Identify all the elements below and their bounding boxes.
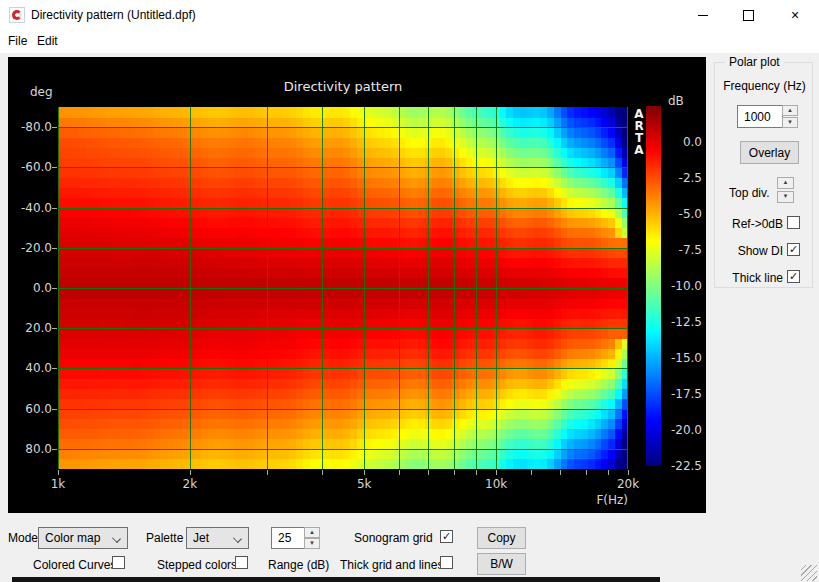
minimize-icon [698, 15, 708, 16]
title-bar: Directivity pattern (Untitled.dpf) × [0, 0, 819, 30]
sonogram-grid-label: Sonogram grid [354, 531, 433, 545]
colorbar-tick-label: -20.0 [658, 423, 702, 437]
close-button[interactable]: × [773, 0, 817, 30]
frequency-input[interactable]: 1000 [737, 105, 783, 128]
x-tick-mark [399, 470, 400, 475]
x-tick-label: 5k [357, 477, 372, 491]
maximize-button[interactable] [726, 0, 770, 30]
x-tick-mark [608, 470, 609, 475]
chevron-down-icon [233, 534, 242, 543]
frequency-label: Frequency (Hz) [715, 79, 814, 93]
colorbar-tick-label: -15.0 [658, 351, 702, 365]
y-tick-label: 0.0 [8, 281, 52, 295]
thick-grid-lines-label: Thick grid and lines [340, 558, 443, 572]
y-tick-mark [52, 208, 57, 209]
mode-select-value: Color map [45, 531, 100, 545]
range-db-input[interactable]: 25 [271, 527, 305, 549]
x-tick-mark [58, 470, 59, 475]
colored-curves-checkbox[interactable] [112, 556, 125, 569]
y-tick-mark [52, 248, 57, 249]
menu-item-edit[interactable]: Edit [31, 33, 64, 53]
window-title: Directivity pattern (Untitled.dpf) [31, 8, 196, 22]
overlay-button[interactable]: Overlay [740, 141, 799, 164]
y-tick-mark [52, 449, 57, 450]
y-tick-label: -40.0 [8, 201, 52, 215]
sonogram-grid-checkbox[interactable]: ✓ [440, 530, 453, 543]
x-tick-mark [267, 470, 268, 475]
colorbar-tick-label: -22.5 [658, 459, 702, 473]
frequency-spin-down-button[interactable]: ▼ [782, 117, 798, 128]
y-tick-label: -20.0 [8, 241, 52, 255]
mode-select[interactable]: Color map [38, 527, 128, 549]
arta-watermark: ARTA [632, 108, 646, 156]
mode-label: Mode [8, 531, 38, 545]
thick-line-label: Thick line [715, 271, 783, 285]
thick-grid-lines-checkbox[interactable] [440, 556, 453, 569]
x-tick-mark [190, 470, 191, 475]
colorbar-tick-label: -12.5 [658, 315, 702, 329]
colorbar-unit-label: dB [668, 94, 684, 108]
colorbar-tick-label: -2.5 [658, 171, 702, 185]
directivity-heatmap [58, 107, 628, 469]
colorbar-tick-label: 0.0 [658, 135, 702, 149]
y-tick-label: 60.0 [8, 402, 52, 416]
x-tick-mark [496, 470, 497, 475]
stepped-colors-label: Stepped colors [157, 558, 237, 572]
thick-line-checkbox[interactable]: ✓ [787, 270, 800, 283]
y-tick-label: -60.0 [8, 160, 52, 174]
y-tick-label: 20.0 [8, 321, 52, 335]
x-tick-mark [476, 470, 477, 475]
ref-0db-checkbox[interactable] [787, 216, 800, 229]
colorbar-tick-label: -5.0 [658, 207, 702, 221]
show-di-checkbox[interactable]: ✓ [787, 243, 800, 256]
app-icon [9, 7, 25, 23]
plot-title: Directivity pattern [143, 79, 543, 94]
y-tick-mark [52, 167, 57, 168]
palette-label: Palette [146, 531, 183, 545]
colorbar-tick-label: -10.0 [658, 279, 702, 293]
y-tick-label: 40.0 [8, 361, 52, 375]
x-tick-mark [322, 470, 323, 475]
y-tick-label: -80.0 [8, 120, 52, 134]
y-tick-mark [52, 127, 57, 128]
range-db-label: Range (dB) [268, 558, 329, 572]
top-div-spin-down-button[interactable]: ▼ [777, 191, 794, 203]
stepped-colors-checkbox[interactable] [235, 556, 248, 569]
colorbar-tick-label: -17.5 [658, 387, 702, 401]
bw-button[interactable]: B/W [477, 553, 526, 575]
frequency-spinner: ▲ ▼ [782, 105, 798, 128]
y-tick-mark [52, 368, 57, 369]
y-tick-mark [52, 409, 57, 410]
palette-select[interactable]: Jet [186, 527, 249, 549]
ref-0db-label: Ref->0dB [715, 217, 783, 231]
x-tick-mark [364, 470, 365, 475]
top-div-label: Top div. [729, 186, 769, 200]
arta-directivity-window: Directivity pattern (Untitled.dpf) × Fil… [0, 0, 819, 582]
background-window-edge [12, 577, 660, 582]
top-div-spin-up-button[interactable]: ▲ [777, 177, 794, 189]
x-tick-mark [628, 470, 629, 475]
y-tick-mark [52, 288, 57, 289]
resize-grip[interactable] [801, 565, 817, 581]
colorbar-tick-label: -7.5 [658, 243, 702, 257]
copy-button[interactable]: Copy [477, 527, 526, 549]
y-tick-mark [52, 328, 57, 329]
y-tick-label: 80.0 [8, 442, 52, 456]
polar-plot-group-title: Polar plot [725, 55, 784, 69]
range-spin-up-button[interactable]: ▲ [304, 527, 320, 538]
x-axis-label: F(Hz) [560, 493, 628, 507]
x-tick-mark [454, 470, 455, 475]
minimize-button[interactable] [681, 0, 725, 30]
palette-select-value: Jet [193, 531, 209, 545]
top-div-spinner: ▲ ▼ [777, 177, 793, 203]
x-tick-mark [428, 470, 429, 475]
x-tick-mark [560, 470, 561, 475]
x-tick-label: 20k [617, 477, 639, 491]
chevron-down-icon [112, 534, 121, 543]
polar-plot-group: Polar plot Frequency (Hz) 1000 ▲ ▼ Overl… [714, 62, 813, 288]
menu-item-file[interactable]: File [2, 33, 33, 53]
range-spin-down-button[interactable]: ▼ [304, 538, 320, 549]
frequency-spin-up-button[interactable]: ▲ [782, 105, 798, 116]
maximize-icon [743, 10, 754, 21]
show-di-label: Show DI [715, 244, 783, 258]
